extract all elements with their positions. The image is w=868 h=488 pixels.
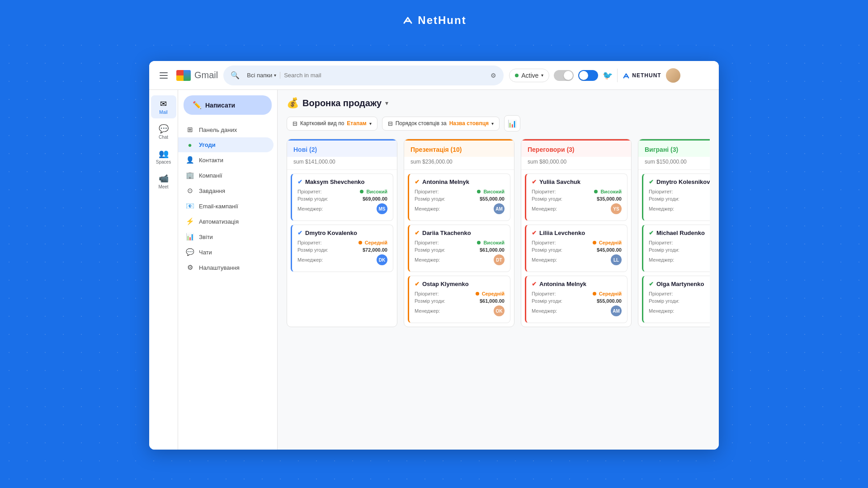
sidebar-item-chat[interactable]: 💬 Chat (151, 120, 176, 143)
content-area: 💰 Воронка продажу ▾ ⊟ Картковий вид по Е… (278, 90, 719, 450)
nav-item-chats[interactable]: 💬 Чати (178, 244, 274, 260)
sort-icon: ⊟ (388, 120, 393, 127)
check-icon: ✔ (649, 230, 654, 236)
contacts-icon: 👤 (185, 156, 194, 164)
deal-row-priority: Пріоритет: Високий (649, 189, 710, 194)
deal-name: ✔ Olga Martynenko (649, 281, 710, 287)
deal-card[interactable]: ✔ Antonina Melnyk Пріоритет: Високий (408, 174, 510, 221)
hamburger-menu[interactable] (156, 68, 171, 83)
priority-value: Високий (360, 189, 387, 194)
deal-card[interactable]: ✔ Maksym Shevchenko Пріоритет: Високий (291, 174, 393, 221)
deal-name: ✔ Liliia Levchenko (532, 230, 622, 236)
view-type-button[interactable]: ⊟ Картковий вид по Етапам ▾ (287, 117, 377, 131)
priority-dot (593, 292, 596, 296)
deal-size-value: $72,000.00 (363, 247, 387, 253)
col-title-new: Нові (2) (293, 146, 317, 153)
search-bar[interactable]: 🔍 Всі папки ▾ ⚙ (223, 66, 504, 85)
col-cards-negotiations: ✔ Yuliia Savchuk Пріоритет: Високий (521, 170, 631, 327)
pipeline-chevron[interactable]: ▾ (385, 99, 388, 107)
deal-row-priority: Пріоритет: Середній (532, 240, 622, 245)
nethunt-extension-icon[interactable]: 🐦 (603, 70, 613, 80)
deal-row-manager: Менеджер: YS (532, 203, 622, 214)
kanban-board: Нові (2) sum $141,000.00 ✔ Maksym Shevch… (287, 139, 710, 332)
toggle-2[interactable] (578, 70, 598, 81)
col-sum-negotiations: sum $80,000.00 (521, 157, 631, 170)
top-bar-right: Active ▾ 🐦 (509, 68, 680, 83)
deal-card[interactable]: ✔ Dmytro Kovalenko Пріоритет: Середній (291, 225, 393, 272)
deal-card[interactable]: ✔ Michael Rudenko Пріоритет: Високий (642, 225, 710, 272)
deal-card[interactable]: ✔ Ostap Klymenko Пріоритет: Середній (408, 276, 510, 323)
active-status-dropdown[interactable]: Active ▾ (509, 69, 549, 82)
deals-icon: ● (185, 141, 194, 149)
deal-size-value: $55,000.00 (597, 298, 622, 304)
deal-card[interactable]: ✔ Yuliia Savchuk Пріоритет: Високий (525, 174, 627, 221)
deal-name: ✔ Dmytro Kolesnikov (649, 178, 710, 185)
deal-row-manager: Менеджер: MR (649, 254, 710, 265)
deal-card[interactable]: ✔ Liliia Levchenko Пріоритет: Середній (525, 225, 627, 272)
chart-button[interactable]: 📊 (504, 115, 520, 131)
priority-field-label: Пріоритет: (532, 189, 556, 194)
deal-row-manager: Менеджер: DK (297, 254, 387, 265)
kanban-icon: ⊟ (292, 120, 297, 127)
deal-size-label: Розмір угоди: (415, 298, 445, 304)
sort-button[interactable]: ⊟ Порядок стовпців за Назва стовпця ▾ (382, 117, 500, 131)
deal-card[interactable]: ✔ Olga Martynenko Пріоритет: Високий (642, 276, 710, 323)
col-title-won: Виграні (3) (645, 146, 678, 153)
col-sum-won-val: sum $150,000.00 (645, 159, 687, 165)
nav-item-automation[interactable]: ⚡ Автоматизація (178, 214, 274, 229)
kanban-col-negotiations: Переговори (3) sum $80,000.00 ✔ Yuliia S… (521, 139, 632, 327)
sort-chevron: ▾ (491, 121, 494, 126)
priority-dot (594, 190, 598, 193)
spaces-icon: 👥 (159, 149, 169, 159)
deal-row-size: Розмір угоди: $35,000.00 (532, 196, 622, 202)
deal-row-priority: Пріоритет: Високий (649, 240, 710, 245)
compose-button[interactable]: ✏️ Написати (184, 95, 272, 115)
separator (617, 69, 618, 82)
deal-row-size: Розмір угоди: $72,000.00 (297, 247, 387, 253)
nav-item-tasks[interactable]: ⊙ Завдання (178, 183, 274, 198)
settings-icon: ⚙ (185, 263, 194, 272)
deal-row-manager: Менеджер: LL (532, 254, 622, 265)
sidebar-item-meet[interactable]: 📹 Meet (151, 170, 176, 193)
nav-item-companies[interactable]: 🏢 Компанії (178, 168, 274, 183)
deal-card[interactable]: ✔ Dmytro Kolesnikov Пріоритет: Високий (642, 174, 710, 221)
deal-size-value: $69,000.00 (363, 196, 387, 202)
deal-card[interactable]: ✔ Dariia Tkachenko Пріоритет: Високий (408, 225, 510, 272)
search-input[interactable] (284, 72, 487, 79)
check-icon: ✔ (297, 230, 302, 236)
deal-row-priority: Пріоритет: Високий (649, 291, 710, 296)
deal-card[interactable]: ✔ Antonina Melnyk Пріоритет: Середній (525, 276, 627, 323)
deal-row-size: Розмір угоди: $55,000.00 (415, 196, 505, 202)
col-sum-presentation: sum $236,000.00 (404, 157, 514, 170)
nav-item-settings[interactable]: ⚙ Налаштування (178, 260, 274, 275)
nav-item-contacts[interactable]: 👤 Контакти (178, 152, 274, 168)
reports-icon: 📊 (185, 233, 194, 241)
user-avatar[interactable] (666, 68, 680, 83)
col-header-negotiations: Переговори (3) (521, 139, 631, 157)
deal-size-label: Розмір угоди: (297, 196, 328, 202)
deal-size-label: Розмір угоди: (649, 247, 679, 253)
check-icon: ✔ (415, 178, 420, 185)
sidebar-item-spaces[interactable]: 👥 Spaces (151, 145, 176, 168)
filter-icon[interactable]: ⚙ (491, 72, 496, 79)
folder-dropdown[interactable]: Всі папки ▾ (243, 72, 280, 79)
priority-value: Високий (477, 189, 505, 194)
sidebar-meet-label: Meet (158, 184, 168, 189)
nav-item-reports[interactable]: 📊 Звіти (178, 229, 274, 244)
deal-size-label: Розмір угоди: (649, 196, 679, 202)
deal-size-label: Розмір угоди: (297, 247, 328, 253)
companies-icon: 🏢 (185, 171, 194, 179)
search-icon: 🔍 (231, 71, 240, 80)
manager-avatar: LL (611, 254, 622, 265)
pipeline-title: Воронка продажу (302, 98, 382, 108)
nav-item-email-campaigns[interactable]: 📧 Email-кампанії (178, 198, 274, 214)
col-sum-presentation-val: sum $236,000.00 (410, 159, 453, 165)
priority-value: Середній (593, 240, 622, 245)
deal-size-value: $61,000.00 (480, 298, 505, 304)
sidebar-item-mail[interactable]: ✉ Mail (151, 95, 176, 118)
nav-item-dashboard[interactable]: ⊞ Панель даних (178, 122, 274, 137)
gmail-logo: Gmail (176, 70, 218, 81)
col-cards-presentation: ✔ Antonina Melnyk Пріоритет: Високий (404, 170, 514, 327)
toggle-1[interactable] (554, 70, 574, 81)
nav-item-deals[interactable]: ● Угоди (178, 137, 274, 152)
